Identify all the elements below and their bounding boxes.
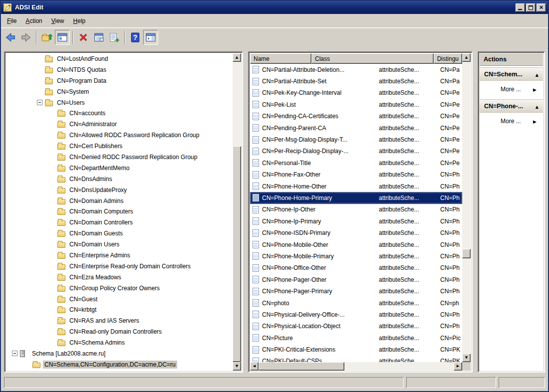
list-row[interactable]: CN=PKI-Critical-Extensions attributeSche… <box>250 344 462 355</box>
list-row[interactable]: CN=PKI-Default-CSPs attributeSche CN=PK <box>250 356 462 362</box>
list-row[interactable]: CN=Pek-Key-Change-Interval attributeSche… <box>250 87 462 99</box>
scroll-up-icon[interactable] <box>233 53 241 62</box>
list-row[interactable]: CN=Phone-Fax-Other attributeSche... CN=P… <box>250 169 462 181</box>
show-console-tree-icon[interactable] <box>55 30 70 45</box>
tree-item[interactable]: CN=Administrator <box>6 119 233 130</box>
forward-arrow-icon[interactable] <box>18 30 33 45</box>
list-row[interactable]: CN=Phone-Mobile-Other attributeSche... C… <box>250 239 462 250</box>
column-header[interactable]: Distingu <box>434 53 462 64</box>
tree-item[interactable]: CN=Enterprise Read-only Domain Controlle… <box>6 261 233 272</box>
export-list-icon[interactable] <box>107 30 122 45</box>
tree-item[interactable]: CN=Schema Admins <box>6 337 233 348</box>
tree-item[interactable]: CN=DnsAdmins <box>6 174 233 185</box>
tree-item[interactable]: CN=krbtgt <box>6 304 233 315</box>
more-actions-item[interactable]: More ... <box>480 81 543 98</box>
collapse-expander-icon[interactable] <box>12 351 17 356</box>
tree-item[interactable]: CN=Domain Users <box>6 239 233 250</box>
action-section-header[interactable]: CN=Phone-... <box>480 99 543 113</box>
tree-item[interactable]: CN=Allowed RODC Password Replication Gro… <box>6 130 233 141</box>
scrollbar-thumb[interactable] <box>259 362 344 371</box>
list-row[interactable]: CN=Phone-Office-Other attributeSche... C… <box>250 262 462 274</box>
collapse-arrow-icon[interactable] <box>536 103 539 110</box>
list-row[interactable]: CN=Phone-Pager-Other attributeSche... CN… <box>250 274 462 285</box>
column-header[interactable]: Name <box>250 53 311 64</box>
close-button[interactable]: × <box>537 3 546 12</box>
delete-icon[interactable] <box>76 30 91 45</box>
list-horizontal-scrollbar[interactable] <box>250 362 462 371</box>
tree-item[interactable]: CN=Domain Admins <box>6 196 233 206</box>
tree-item[interactable]: CN=DnsUpdateProxy <box>6 185 233 196</box>
scroll-left-icon[interactable] <box>250 362 259 371</box>
tree-vertical-scrollbar[interactable] <box>233 53 241 371</box>
list-row[interactable]: CN=Physical-Delivery-Office-... attribut… <box>250 309 462 320</box>
tree-item[interactable]: CN=LostAndFound <box>6 53 233 64</box>
show-action-pane-icon[interactable] <box>143 30 158 45</box>
list-row[interactable]: CN=Pek-List attributeSche... CN=Pe <box>250 99 462 110</box>
tree-item[interactable]: CN=Domain Controllers <box>6 217 233 228</box>
tree-item[interactable]: CN=Ezra Meadows <box>6 272 233 283</box>
tree-item[interactable]: CN=Read-only Domain Controllers <box>6 326 233 337</box>
list-row[interactable]: CN=Phone-Pager-Primary attributeSche... … <box>250 285 462 297</box>
submenu-arrow-icon <box>533 86 537 93</box>
list-row[interactable]: CN=Phone-Ip-Other attributeSche... CN=Ph <box>250 204 462 215</box>
scrollbar-thumb[interactable] <box>233 146 241 362</box>
tree-item[interactable]: CN=Schema,CN=Configuration,DC=acme,DC=ru <box>6 359 233 370</box>
tree-item[interactable]: CN=Users <box>6 97 233 108</box>
list-cell-name: CN=PKI-Default-CSPs <box>262 358 322 362</box>
up-one-level-icon[interactable] <box>39 30 54 45</box>
tree-item[interactable]: CN=Program Data <box>6 75 233 86</box>
scroll-down-icon[interactable] <box>233 362 241 371</box>
list-row[interactable]: CN=Phone-ISDN-Primary attributeSche... C… <box>250 227 462 238</box>
list-row[interactable]: CN=Pending-CA-Certificates attributeSche… <box>250 111 462 122</box>
menu-item[interactable]: File <box>2 15 21 26</box>
action-section-header[interactable]: CN=Schem... <box>480 67 543 81</box>
collapse-expander-icon[interactable] <box>37 100 42 105</box>
list-row[interactable]: CN=Phone-Ip-Primary attributeSche... CN=… <box>250 215 462 227</box>
list-cell-name: CN=Pek-Key-Change-Interval <box>262 89 341 96</box>
list-row[interactable]: CN=Partial-Attribute-Set attributeSche..… <box>250 75 462 87</box>
tree-item[interactable]: CN=System <box>6 86 233 97</box>
scroll-down-icon[interactable] <box>462 354 471 362</box>
tree-item[interactable]: CN=Cert Publishers <box>6 141 233 152</box>
tree-item[interactable]: CN=RAS and IAS Servers <box>6 315 233 326</box>
list-row[interactable]: CN=Partial-Attribute-Deletion... attribu… <box>250 64 462 75</box>
tree-item[interactable]: Schema [Lab2008.acme.ru] <box>6 348 233 359</box>
tree-item[interactable]: CN=Group Policy Creator Owners <box>6 283 233 294</box>
menu-item[interactable]: View <box>47 15 69 26</box>
list-row[interactable]: CN=Picture attributeSche... CN=Pic <box>250 332 462 344</box>
list-row[interactable]: CN=Per-Msg-Dialog-Display-T... attribute… <box>250 134 462 145</box>
title-bar[interactable]: ADSI Edit × <box>1 1 548 14</box>
list-cell-class: attributeSche... <box>375 300 437 307</box>
list-row[interactable]: CN=Physical-Location-Object attributeSch… <box>250 321 462 332</box>
list-row[interactable]: CN=Personal-Title attributeSche... CN=Pe <box>250 157 462 169</box>
back-arrow-icon[interactable] <box>3 30 18 45</box>
menu-item[interactable]: Help <box>69 15 90 26</box>
tree-item[interactable]: CN=accounts <box>6 108 233 119</box>
tree-item[interactable]: CN=DepartMentMemo <box>6 163 233 174</box>
more-actions-item[interactable]: More ... <box>480 113 543 130</box>
tree-item[interactable]: CN=Domain Computers <box>6 206 233 217</box>
tree-item[interactable]: CN=Guest <box>6 294 233 305</box>
maximize-button[interactable] <box>526 3 536 12</box>
minimize-button[interactable] <box>516 3 525 12</box>
scrollbar-thumb[interactable] <box>462 249 471 258</box>
list-row[interactable]: CN=photo attributeSche... CN=ph <box>250 297 462 309</box>
properties-icon[interactable] <box>91 30 106 45</box>
list-vertical-scrollbar[interactable] <box>462 53 471 362</box>
scroll-up-icon[interactable] <box>462 53 471 62</box>
menu-item[interactable]: Action <box>21 15 46 26</box>
list-row[interactable]: CN=Per-Recip-Dialog-Display-... attribut… <box>250 146 462 157</box>
column-header[interactable]: Class <box>311 53 434 64</box>
tree-item[interactable]: CN=Denied RODC Password Replication Grou… <box>6 152 233 163</box>
list-row[interactable]: CN=Phone-Home-Other attributeSche... CN=… <box>250 181 462 192</box>
list-row[interactable]: CN=Phone-Mobile-Primary attributeSche...… <box>250 250 462 262</box>
list-row[interactable]: CN=Phone-Home-Primary attributeSche... C… <box>250 192 462 203</box>
collapse-arrow-icon[interactable] <box>536 71 539 78</box>
tree-item-label: CN=Domain Computers <box>68 207 135 215</box>
list-row[interactable]: CN=Pending-Parent-CA attributeSche... CN… <box>250 122 462 134</box>
scroll-right-icon[interactable] <box>454 362 462 371</box>
tree-item[interactable]: CN=NTDS Quotas <box>6 64 233 75</box>
help-icon[interactable]: ? <box>128 30 143 45</box>
tree-item[interactable]: CN=Enterprise Admins <box>6 250 233 261</box>
tree-item[interactable]: CN=Domain Guests <box>6 228 233 239</box>
